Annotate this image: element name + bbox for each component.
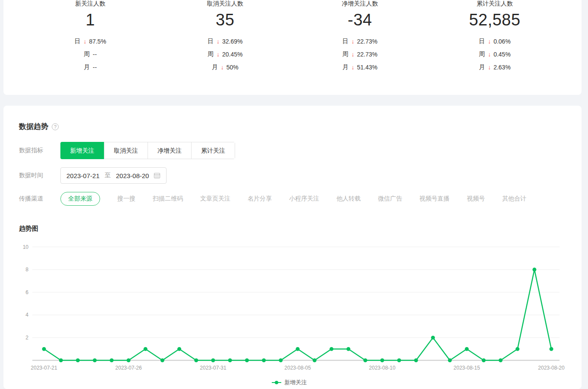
date-range-start[interactable]: 2023-07-21 — [66, 172, 100, 179]
data-point[interactable] — [59, 358, 63, 362]
trend-chart-title: 趋势图 — [19, 225, 582, 232]
data-point[interactable] — [245, 358, 249, 362]
data-point[interactable] — [414, 358, 418, 362]
stat-change-row: 月↓51.43% — [292, 61, 428, 74]
metric-tab[interactable]: 净增关注 — [148, 142, 191, 159]
data-point[interactable] — [330, 347, 333, 351]
data-point[interactable] — [482, 358, 486, 362]
stat-change-period-label: 周 — [84, 50, 90, 58]
stat-card-value: 35 — [158, 11, 293, 29]
data-point[interactable] — [313, 358, 317, 362]
data-point[interactable] — [363, 358, 367, 362]
stat-card: 累计关注人数 52,585 日↓0.06% 周↓0.45% 月↓2.63% — [428, 0, 563, 95]
trend-down-arrow-icon: ↓ — [83, 38, 86, 45]
channel-option[interactable]: 名片分享 — [248, 195, 272, 203]
data-point[interactable] — [76, 358, 80, 362]
stat-card-value: 1 — [23, 11, 158, 29]
data-point[interactable] — [532, 268, 536, 272]
stat-card: 新关注人数 1 日↓87.5% 周↓-- 月↓-- — [23, 0, 158, 95]
stat-card-changes: 日↓0.06% 周↓0.45% 月↓2.63% — [428, 35, 563, 74]
trend-down-arrow-icon: ↓ — [488, 64, 491, 71]
stat-change-row: 周↓0.45% — [428, 48, 563, 61]
trend-line-chart: 2468102023-07-212023-07-262023-07-312023… — [19, 243, 560, 373]
metric-tab[interactable]: 新增关注 — [60, 142, 104, 159]
stat-change-value: 22.73% — [357, 38, 377, 45]
stat-change-period-label: 月 — [212, 63, 218, 71]
data-trend-title: 数据趋势 — [19, 122, 48, 132]
channel-option[interactable]: 扫描二维码 — [153, 195, 183, 203]
data-point[interactable] — [144, 347, 148, 351]
metric-filter-row: 数据指标 新增关注取消关注净增关注累计关注 — [19, 142, 582, 159]
date-range-end[interactable]: 2023-08-20 — [116, 172, 149, 179]
data-point[interactable] — [211, 358, 215, 362]
stat-card-title: 净增关注人数 — [292, 0, 428, 7]
date-range-separator: 至 — [105, 172, 111, 179]
stat-change-period-label: 周 — [343, 50, 349, 58]
trend-down-arrow-icon: ↓ — [352, 51, 355, 58]
data-point[interactable] — [279, 358, 283, 362]
x-axis-tick-label: 2023-07-26 — [115, 365, 142, 371]
data-point[interactable] — [296, 347, 300, 351]
data-point[interactable] — [160, 358, 164, 362]
trend-down-arrow-icon: ↓ — [488, 51, 491, 58]
legend-item[interactable]: 新增关注 — [272, 379, 307, 386]
data-point[interactable] — [42, 347, 46, 351]
data-point[interactable] — [177, 347, 181, 351]
channel-option[interactable]: 他人转载 — [336, 195, 361, 203]
x-axis-tick-label: 2023-08-10 — [369, 365, 396, 371]
data-point[interactable] — [194, 358, 198, 362]
line-series-legend-icon — [272, 381, 281, 384]
legend-label: 新增关注 — [284, 379, 307, 386]
stat-change-value: -- — [93, 51, 97, 58]
data-point[interactable] — [499, 358, 503, 362]
data-point[interactable] — [346, 347, 350, 351]
channel-option[interactable]: 微信广告 — [378, 195, 402, 203]
date-range-picker[interactable]: 2023-07-21 至 2023-08-20 — [60, 167, 167, 184]
data-point[interactable] — [550, 347, 553, 351]
data-point[interactable] — [431, 336, 435, 339]
channel-option[interactable]: 视频号直播 — [419, 195, 450, 203]
data-point[interactable] — [516, 347, 519, 351]
help-icon[interactable]: ? — [52, 123, 59, 130]
data-point[interactable] — [397, 358, 401, 362]
data-point[interactable] — [110, 358, 113, 362]
channel-option[interactable]: 视频号 — [467, 195, 485, 203]
channel-option[interactable]: 其他合计 — [502, 195, 526, 203]
trend-down-arrow-icon: ↓ — [217, 51, 220, 58]
chart-svg: 2468102023-07-212023-07-262023-07-312023… — [19, 243, 560, 373]
stat-change-period-label: 月 — [84, 63, 90, 71]
x-axis-tick-label: 2023-07-31 — [200, 365, 226, 371]
stat-change-value: 51.43% — [357, 64, 377, 71]
data-point[interactable] — [380, 358, 384, 362]
channel-option[interactable]: 文章页关注 — [200, 195, 230, 203]
metric-tab[interactable]: 累计关注 — [191, 142, 235, 159]
stat-change-row: 周↓22.73% — [292, 48, 428, 61]
data-point[interactable] — [465, 347, 469, 351]
data-point[interactable] — [127, 358, 131, 362]
stat-change-period-label: 月 — [479, 63, 485, 71]
channel-filter-row: 传播渠道 全部来源搜一搜扫描二维码文章页关注名片分享小程序关注他人转载微信广告视… — [19, 192, 582, 206]
channel-option[interactable]: 小程序关注 — [289, 195, 319, 203]
stat-card: 净增关注人数 -34 日↓22.73% 周↓22.73% 月↓51.43% — [292, 0, 428, 95]
stat-change-row: 日↓32.69% — [158, 35, 293, 48]
stat-change-row: 月↓2.63% — [428, 61, 563, 74]
stat-card-changes: 日↓87.5% 周↓-- 月↓-- — [23, 35, 158, 74]
channel-option[interactable]: 搜一搜 — [117, 195, 135, 203]
metric-tab[interactable]: 取消关注 — [104, 142, 148, 159]
stat-change-period-label: 周 — [208, 50, 214, 58]
data-point[interactable] — [262, 358, 266, 362]
calendar-icon — [154, 172, 160, 179]
data-point[interactable] — [228, 358, 232, 362]
metric-tab-group: 新增关注取消关注净增关注累计关注 — [60, 142, 235, 159]
x-axis-tick-label: 2023-07-21 — [31, 365, 57, 371]
data-point[interactable] — [93, 358, 97, 362]
stat-change-row: 日↓0.06% — [428, 35, 563, 48]
channel-option[interactable]: 全部来源 — [60, 192, 100, 206]
stat-card-changes: 日↓32.69% 周↓20.45% 月↓50% — [158, 35, 293, 74]
stat-change-row: 月↓50% — [158, 61, 293, 74]
stat-change-value: 22.73% — [357, 51, 377, 58]
data-point[interactable] — [448, 358, 452, 362]
stat-card-title: 取消关注人数 — [158, 0, 293, 7]
stat-change-period-label: 周 — [479, 50, 485, 58]
stat-change-period-label: 日 — [343, 38, 349, 45]
